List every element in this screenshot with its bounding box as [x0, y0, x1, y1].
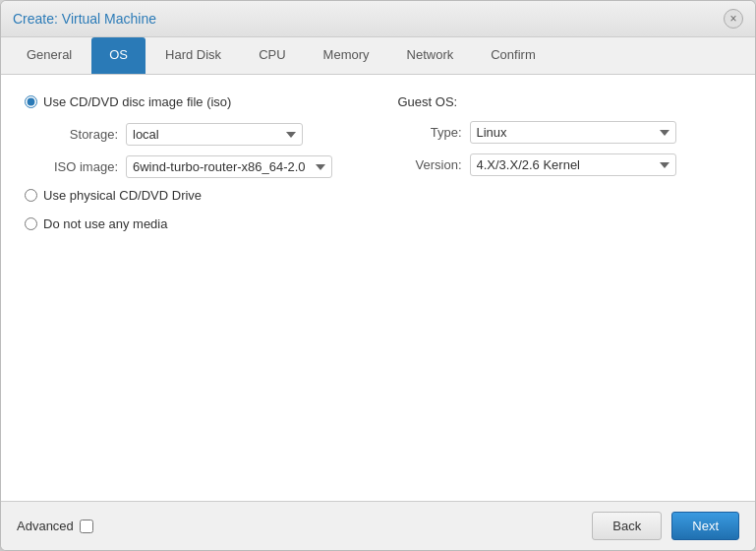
iso-image-row: ISO image: 6wind-turbo-router-x86_64-2.0	[44, 155, 359, 178]
use-physical-row: Use physical CD/DVD Drive	[25, 188, 359, 203]
version-label: Version:	[398, 157, 462, 172]
storage-select[interactable]: local local-lvm remote	[126, 123, 303, 146]
title-bar: Create: Virtual Machine ×	[1, 1, 755, 37]
no-media-radio[interactable]	[25, 217, 37, 230]
close-button[interactable]: ×	[724, 9, 743, 29]
tab-os[interactable]: OS	[91, 37, 145, 74]
version-select[interactable]: 4.X/3.X/2.6 Kernel 2.4 Kernel Other	[470, 153, 676, 176]
dialog-title: Create: Virtual Machine	[13, 11, 156, 27]
use-iso-radio[interactable]	[25, 95, 37, 108]
tab-confirm[interactable]: Confirm	[473, 37, 553, 74]
main-grid: Use CD/DVD disc image file (iso) Storage…	[25, 94, 731, 245]
tab-cpu[interactable]: CPU	[241, 37, 303, 74]
type-row: Type: Linux Windows Other	[398, 121, 732, 144]
tab-network[interactable]: Network	[389, 37, 472, 74]
advanced-label: Advanced	[17, 519, 74, 533]
storage-label: Storage:	[44, 127, 118, 142]
type-select[interactable]: Linux Windows Other	[470, 121, 676, 144]
use-physical-radio[interactable]	[25, 189, 37, 202]
tab-general[interactable]: General	[9, 37, 89, 74]
use-iso-row: Use CD/DVD disc image file (iso)	[25, 94, 359, 109]
tab-bar: General OS Hard Disk CPU Memory Network …	[1, 37, 755, 75]
no-media-row: Do not use any media	[25, 216, 359, 231]
left-column: Use CD/DVD disc image file (iso) Storage…	[25, 94, 359, 245]
iso-image-select[interactable]: 6wind-turbo-router-x86_64-2.0	[126, 155, 332, 178]
storage-row: Storage: local local-lvm remote	[44, 123, 359, 146]
version-row: Version: 4.X/3.X/2.6 Kernel 2.4 Kernel O…	[398, 153, 732, 176]
content-area: Use CD/DVD disc image file (iso) Storage…	[1, 75, 755, 501]
next-button[interactable]: Next	[671, 512, 739, 540]
advanced-checkbox[interactable]	[80, 520, 93, 533]
close-icon: ×	[729, 13, 736, 25]
guest-os-title: Guest OS:	[398, 94, 732, 109]
no-media-label[interactable]: Do not use any media	[43, 216, 167, 231]
footer-left: Advanced	[17, 519, 582, 533]
right-column: Guest OS: Type: Linux Windows Other Vers…	[398, 94, 732, 245]
back-button[interactable]: Back	[592, 512, 662, 540]
tab-hard-disk[interactable]: Hard Disk	[147, 37, 239, 74]
use-iso-label[interactable]: Use CD/DVD disc image file (iso)	[43, 94, 231, 109]
use-physical-label[interactable]: Use physical CD/DVD Drive	[43, 188, 202, 203]
footer: Advanced Back Next	[1, 501, 755, 550]
tab-memory[interactable]: Memory	[306, 37, 387, 74]
type-label: Type:	[398, 125, 462, 140]
iso-image-label: ISO image:	[44, 159, 118, 174]
create-vm-dialog: Create: Virtual Machine × General OS Har…	[0, 0, 756, 551]
